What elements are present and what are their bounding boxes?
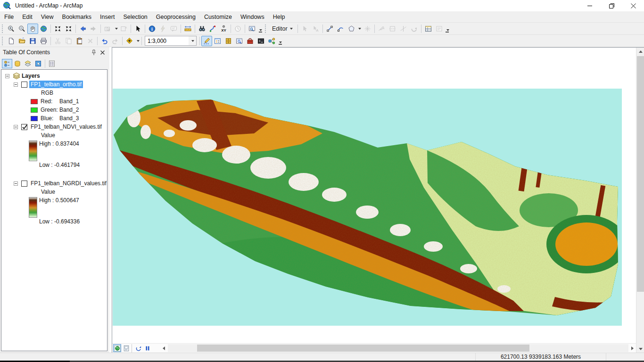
- restore-button[interactable]: [601, 0, 622, 11]
- layer-visibility-checkbox[interactable]: [21, 124, 27, 130]
- list-by-selection-button[interactable]: [33, 59, 43, 68]
- map-scale-input[interactable]: [145, 36, 189, 45]
- select-elements-button[interactable]: [132, 24, 143, 34]
- attributes-button[interactable]: [423, 24, 434, 34]
- refresh-view-button[interactable]: [134, 344, 142, 352]
- measure-button[interactable]: [182, 24, 193, 34]
- menu-file[interactable]: File: [0, 12, 18, 22]
- go-forward-extent-button[interactable]: [88, 24, 99, 34]
- editor-overflow-button[interactable]: [445, 24, 450, 34]
- layout-view-button[interactable]: [122, 344, 130, 352]
- catalog-button[interactable]: [223, 36, 234, 46]
- select-features-button[interactable]: [102, 24, 113, 34]
- arctoolbox-button[interactable]: [245, 36, 256, 46]
- collapse-expander[interactable]: [14, 82, 18, 87]
- scroll-right-button[interactable]: [628, 344, 636, 352]
- python-window-button[interactable]: [256, 36, 266, 46]
- reshape-feature-button[interactable]: [376, 24, 387, 34]
- copy-button[interactable]: [63, 36, 74, 46]
- fixed-zoom-out-button[interactable]: [63, 24, 74, 34]
- rotate-tool-button[interactable]: [409, 24, 420, 34]
- menu-windows[interactable]: Windows: [236, 12, 269, 22]
- vertical-scrollbar-thumb[interactable]: [637, 56, 644, 292]
- layer-name-ortho[interactable]: FP1_telban_ortho.tif: [29, 81, 83, 88]
- toolbar-overflow-button[interactable]: [257, 24, 263, 34]
- editor-toolbar-toggle-button[interactable]: [201, 36, 212, 46]
- cut-button[interactable]: [52, 36, 63, 46]
- pan-button[interactable]: [27, 24, 38, 34]
- viewer-window-button[interactable]: [247, 24, 257, 34]
- scroll-left-button[interactable]: [160, 344, 168, 352]
- table-of-contents-button[interactable]: [212, 36, 223, 46]
- minimize-button[interactable]: [579, 0, 601, 11]
- construction-tools-dropdown[interactable]: [357, 24, 362, 34]
- identify-button[interactable]: i: [147, 24, 157, 34]
- hyperlink-button[interactable]: [157, 24, 168, 34]
- html-popup-button[interactable]: [168, 24, 179, 34]
- select-features-dropdown[interactable]: [113, 24, 118, 34]
- list-by-source-button[interactable]: [12, 59, 23, 68]
- menu-edit[interactable]: Edit: [18, 12, 37, 22]
- toc-close-button[interactable]: [98, 49, 107, 57]
- edit-annotation-tool-button[interactable]: A: [310, 24, 321, 34]
- search-button[interactable]: [234, 36, 245, 46]
- scroll-down-button[interactable]: [636, 345, 644, 353]
- list-by-drawing-order-button[interactable]: [2, 59, 12, 68]
- modelbuilder-button[interactable]: [266, 36, 277, 46]
- layer-name-ndvi[interactable]: FP1_telban_NDVI_values.tif: [29, 123, 103, 131]
- horizontal-scrollbar-thumb[interactable]: [197, 345, 529, 352]
- layer-visibility-checkbox[interactable]: [21, 181, 27, 187]
- layer-visibility-checkbox[interactable]: [21, 82, 27, 88]
- time-slider-button[interactable]: [232, 24, 243, 34]
- editor-toolbar-grip[interactable]: [265, 25, 267, 33]
- map-scale-dropdown[interactable]: [189, 36, 196, 45]
- go-back-extent-button[interactable]: [77, 24, 88, 34]
- toolbar-grip[interactable]: [2, 37, 4, 45]
- paste-button[interactable]: [74, 36, 85, 46]
- endpoint-arc-tool-button[interactable]: [335, 24, 346, 34]
- full-extent-button[interactable]: [38, 24, 49, 34]
- horizontal-scrollbar[interactable]: [168, 344, 628, 352]
- split-tool-button[interactable]: [398, 24, 409, 34]
- menu-view[interactable]: View: [37, 12, 58, 22]
- pause-drawing-button[interactable]: [143, 344, 151, 352]
- go-to-xy-button[interactable]: XY: [218, 24, 229, 34]
- vertical-scrollbar[interactable]: [636, 48, 644, 353]
- new-map-button[interactable]: [6, 36, 17, 46]
- collapse-expander[interactable]: [5, 74, 9, 78]
- zoom-in-button[interactable]: [6, 24, 17, 34]
- delete-button[interactable]: [85, 36, 96, 46]
- zoom-out-button[interactable]: [17, 24, 27, 34]
- toolbar-overflow-button[interactable]: [277, 36, 283, 46]
- add-data-button[interactable]: [124, 36, 135, 46]
- fixed-zoom-in-button[interactable]: [52, 24, 63, 34]
- layers-root-label[interactable]: Layers: [22, 73, 40, 79]
- toolbar-grip[interactable]: [2, 25, 4, 33]
- menu-bookmarks[interactable]: Bookmarks: [58, 12, 96, 22]
- sketch-properties-button[interactable]: [434, 24, 445, 34]
- collapse-expander[interactable]: [14, 181, 18, 186]
- menu-selection[interactable]: Selection: [119, 12, 151, 22]
- clear-selected-features-button[interactable]: [118, 24, 129, 34]
- toc-pin-button[interactable]: [90, 49, 98, 57]
- data-view-button[interactable]: [113, 344, 121, 352]
- straight-segment-tool-button[interactable]: [324, 24, 335, 34]
- find-button[interactable]: [197, 24, 207, 34]
- construction-tools-button[interactable]: [346, 24, 357, 34]
- close-button[interactable]: [622, 0, 644, 11]
- point-at-intersection-button[interactable]: [362, 24, 373, 34]
- menu-help[interactable]: Help: [269, 12, 289, 22]
- menu-geoprocessing[interactable]: Geoprocessing: [152, 12, 200, 22]
- cut-polygons-button[interactable]: [387, 24, 398, 34]
- redo-button[interactable]: [110, 36, 121, 46]
- find-route-button[interactable]: [207, 24, 218, 34]
- open-button[interactable]: [17, 36, 27, 46]
- add-data-dropdown[interactable]: [135, 36, 140, 46]
- edit-tool-button[interactable]: [299, 24, 310, 34]
- menu-customize[interactable]: Customize: [200, 12, 236, 22]
- scroll-up-button[interactable]: [636, 48, 644, 56]
- map-canvas[interactable]: [112, 48, 636, 344]
- list-by-visibility-button[interactable]: [23, 59, 33, 68]
- menu-insert[interactable]: Insert: [96, 12, 119, 22]
- undo-button[interactable]: [99, 36, 110, 46]
